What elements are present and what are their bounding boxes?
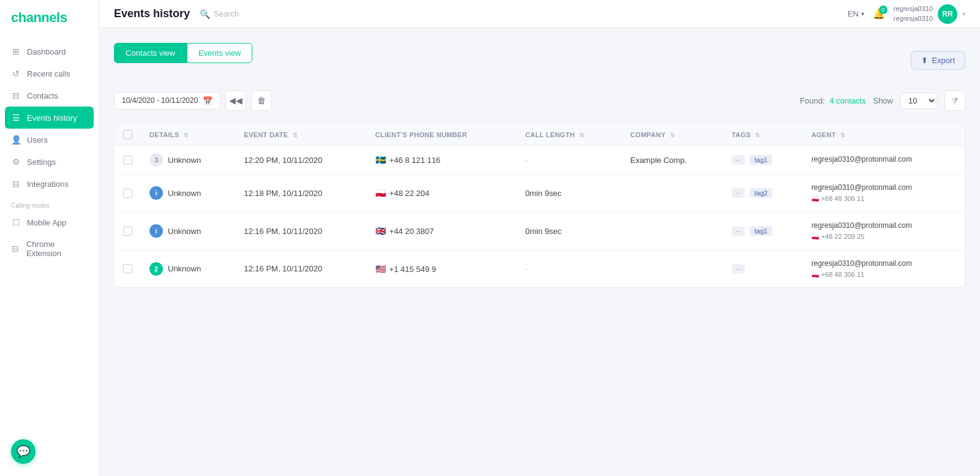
sort-call-icon[interactable]: ⇅ bbox=[579, 132, 584, 138]
events-table: DETAILS ⇅ EVENT DATE ⇅ CLIENT'S PHONE NU… bbox=[115, 124, 965, 287]
tags-cell: ···tag2 bbox=[723, 175, 803, 213]
notification-badge: 0 bbox=[879, 6, 888, 14]
export-label: Export bbox=[932, 56, 955, 65]
chrome-icon: ⊟ bbox=[11, 244, 20, 254]
call-length-cell: 0min 9sec bbox=[516, 212, 622, 250]
content-area: Contacts view Events view ⬆ Export 10/4/… bbox=[99, 28, 980, 476]
call-length-dash: - bbox=[525, 264, 527, 273]
tags-more-btn[interactable]: ··· bbox=[732, 264, 745, 274]
company-cell: Example Comp. bbox=[622, 146, 723, 175]
settings-icon: ⚙ bbox=[11, 157, 21, 167]
table-row[interactable]: 2 Unknown 12:16 PM, 10/11/2020🇺🇸+1 415 5… bbox=[115, 250, 965, 287]
contact-name: Unknown bbox=[168, 156, 201, 165]
show-select[interactable]: 10 25 50 100 bbox=[900, 93, 937, 109]
sidebar-item-label: Contacts bbox=[27, 91, 58, 100]
agent-cell: regresja0310@protonmail.com 🇵🇱 +48 22 20… bbox=[803, 212, 965, 250]
company-cell bbox=[622, 250, 723, 287]
view-row: Contacts view Events view ⬆ Export bbox=[114, 43, 965, 78]
sort-date-icon[interactable]: ⇅ bbox=[293, 132, 298, 138]
company-cell bbox=[622, 175, 723, 213]
events-table-container: DETAILS ⇅ EVENT DATE ⇅ CLIENT'S PHONE NU… bbox=[114, 123, 965, 288]
sidebar-item-label: Events history bbox=[27, 113, 77, 123]
tag-pill: tag1 bbox=[750, 226, 772, 236]
table-row[interactable]: i Unknown 12:16 PM, 10/11/2020🇬🇧+44 20 3… bbox=[115, 212, 965, 250]
events-view-button[interactable]: Events view bbox=[187, 43, 252, 63]
call-length-dash: - bbox=[525, 156, 527, 165]
sidebar-item-label: Recent calls bbox=[27, 69, 70, 78]
sidebar-item-events-history[interactable]: ☰ Events history bbox=[5, 107, 94, 129]
sort-tags-icon[interactable]: ⇅ bbox=[755, 132, 760, 138]
details-cell: 2 Unknown bbox=[141, 250, 235, 287]
language-selector[interactable]: EN ▾ bbox=[848, 9, 864, 18]
agent-phone: +68 48 306 11 bbox=[821, 270, 865, 281]
sidebar-item-label: Users bbox=[27, 135, 48, 145]
tags-more-btn[interactable]: ··· bbox=[732, 155, 745, 165]
toolbar-right: Found: 4 contacts Show 10 25 50 100 ⧩ bbox=[800, 90, 965, 111]
th-details: DETAILS ⇅ bbox=[141, 124, 235, 146]
row-checkbox[interactable] bbox=[123, 227, 132, 236]
sidebar-item-label: Settings bbox=[27, 157, 56, 167]
select-all-checkbox[interactable] bbox=[123, 130, 132, 139]
tags-cell: ···tag1 bbox=[723, 146, 803, 175]
search-placeholder[interactable]: Search bbox=[214, 9, 239, 18]
sidebar: channels ⊞ Dashboard ↺ Recent calls ⊟ Co… bbox=[0, 0, 99, 476]
phone-number: +44 20 3807 bbox=[390, 227, 434, 236]
chevron-left-icon: ◀◀ bbox=[229, 96, 243, 105]
user-email: regresja0310 bbox=[894, 14, 933, 23]
agent-cell: regresja0310@protonmail.com bbox=[803, 146, 965, 175]
export-button[interactable]: ⬆ Export bbox=[911, 51, 965, 70]
row-checkbox[interactable] bbox=[123, 156, 132, 165]
sort-details-icon[interactable]: ⇅ bbox=[184, 132, 189, 138]
sidebar-item-recent-calls[interactable]: ↺ Recent calls bbox=[0, 62, 99, 85]
agent-cell: regresja0310@protonmail.com 🇵🇱 +68 48 30… bbox=[803, 250, 965, 287]
agent-flag: 🇵🇱 bbox=[812, 194, 819, 204]
phone-cell: 🇺🇸+1 415 549 9 bbox=[367, 250, 517, 287]
row-checkbox[interactable] bbox=[123, 189, 132, 198]
sidebar-item-dashboard[interactable]: ⊞ Dashboard bbox=[0, 40, 99, 62]
toolbar-row: 10/4/2020 - 10/11/2020 📅 ◀◀ 🗑 Found: 4 c… bbox=[114, 90, 965, 111]
contacts-icon: ⊟ bbox=[11, 91, 21, 100]
trash-icon: 🗑 bbox=[257, 96, 266, 105]
contact-icon: 2 bbox=[149, 262, 163, 276]
row-checkbox-cell bbox=[115, 175, 141, 213]
date-range-picker[interactable]: 10/4/2020 - 10/11/2020 📅 bbox=[114, 92, 221, 110]
notifications-button[interactable]: 🔔 0 bbox=[873, 8, 885, 20]
tags-more-btn[interactable]: ··· bbox=[732, 188, 745, 198]
sidebar-item-contacts[interactable]: ⊟ Contacts bbox=[0, 85, 99, 107]
flag-icon: 🇸🇪 bbox=[375, 155, 386, 165]
date-range-value: 10/4/2020 - 10/11/2020 bbox=[122, 96, 198, 105]
search-area[interactable]: 🔍 Search bbox=[200, 9, 838, 19]
row-checkbox-cell bbox=[115, 250, 141, 287]
mobile-icon: ☐ bbox=[11, 217, 21, 227]
user-menu[interactable]: regresja0310 regresja0310 RR ▾ bbox=[894, 4, 965, 24]
user-chevron-icon: ▾ bbox=[962, 10, 965, 17]
table-row[interactable]: i Unknown 12:18 PM, 10/11/2020🇵🇱+48 22 2… bbox=[115, 175, 965, 213]
table-row[interactable]: 3 Unknown 12:20 PM, 10/11/2020🇸🇪+46 8 12… bbox=[115, 146, 965, 175]
calling-modes-label: Calling modes bbox=[0, 195, 99, 211]
sidebar-item-chrome-extension[interactable]: ⊟ Chrome Extension bbox=[0, 233, 99, 264]
th-company: COMPANY ⇅ bbox=[622, 124, 723, 146]
chat-button[interactable]: 💬 bbox=[11, 439, 36, 464]
contacts-view-button[interactable]: Contacts view bbox=[114, 43, 187, 63]
chevron-down-icon: ▾ bbox=[861, 10, 864, 17]
found-count: 4 contacts bbox=[829, 96, 865, 105]
sidebar-item-users[interactable]: 👤 Users bbox=[0, 129, 99, 151]
sidebar-item-mobile-app[interactable]: ☐ Mobile App bbox=[0, 211, 99, 233]
th-tags: TAGS ⇅ bbox=[723, 124, 803, 146]
agent-phone: +48 22 209 25 bbox=[821, 232, 865, 243]
sort-agent-icon[interactable]: ⇅ bbox=[840, 132, 845, 138]
row-checkbox[interactable] bbox=[123, 264, 132, 273]
agent-cell: regresja0310@protonmail.com 🇵🇱 +68 48 30… bbox=[803, 175, 965, 213]
trash-btn[interactable]: 🗑 bbox=[251, 90, 272, 111]
avatar[interactable]: RR bbox=[938, 4, 957, 24]
prev-btn[interactable]: ◀◀ bbox=[225, 90, 246, 111]
integrations-icon: ⊟ bbox=[11, 179, 21, 189]
agent-email: regresja0310@protonmail.com bbox=[812, 154, 956, 165]
tags-more-btn[interactable]: ··· bbox=[732, 226, 745, 236]
sort-company-icon[interactable]: ⇅ bbox=[670, 132, 675, 138]
phone-number: +1 415 549 9 bbox=[390, 265, 436, 274]
filter-button[interactable]: ⧩ bbox=[944, 90, 965, 111]
brand-logo[interactable]: channels bbox=[0, 0, 99, 36]
sidebar-item-integrations[interactable]: ⊟ Integrations bbox=[0, 173, 99, 195]
sidebar-item-settings[interactable]: ⚙ Settings bbox=[0, 151, 99, 173]
